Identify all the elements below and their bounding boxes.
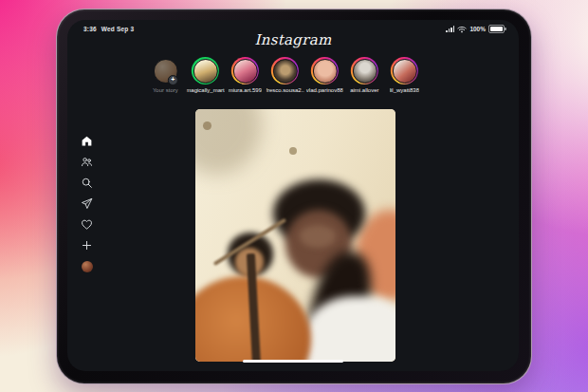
plus-icon [81,239,93,252]
add-story-icon[interactable]: + [168,75,178,85]
story-item[interactable]: magically_marta [188,57,223,93]
story-username: miura.art.599 [229,87,262,93]
sidebar-nav [80,134,94,273]
story-ring [231,57,259,84]
story-username: aimi.allover [350,87,378,93]
sidebar-item-profile[interactable] [80,259,94,273]
story-item[interactable]: aimi.allover [347,57,382,93]
story-item[interactable]: fresco.sousa2... [267,57,303,93]
story-username: Your story [153,87,178,93]
sidebar-item-create[interactable] [80,238,94,252]
story-avatar [352,59,377,84]
story-item[interactable]: vlad.parinov88 [307,57,342,93]
profile-avatar [82,261,93,272]
story-ring [391,57,418,84]
story-username: fresco.sousa2... [266,87,303,93]
story-avatar [272,59,297,84]
story-ring [311,57,339,84]
home-indicator[interactable] [243,360,343,364]
story-avatar [392,59,416,84]
sidebar-item-messages[interactable] [80,196,94,211]
story-avatar [193,59,217,84]
sidebar-item-search[interactable] [80,176,94,190]
sidebar-item-friends[interactable] [80,155,94,169]
story-avatar [232,59,257,84]
desktop-background: { "status_bar": { "time": "3:36", "date"… [0,0,588,392]
stories-tray: + Your story magically_marta miura.art.5… [148,57,422,93]
story-ring [271,57,299,84]
story-username: magically_marta [186,87,224,93]
story-avatar [312,59,337,84]
sidebar-item-notifications[interactable] [80,217,94,232]
friends-icon [81,156,93,168]
home-icon [81,135,93,147]
story-ring: + [152,57,179,84]
search-icon [81,177,93,189]
messenger-send-icon [81,197,93,210]
story-ring [351,57,378,84]
sidebar-item-home[interactable] [80,134,94,148]
instagram-app-screen: 3:36 Wed Sep 3 100% Instagram + [67,20,519,371]
story-username: lil_wyatt838 [390,87,419,93]
ipad-device-frame: 3:36 Wed Sep 3 100% Instagram + [56,9,532,384]
instagram-logo: Instagram [67,31,519,48]
story-item[interactable]: miura.art.599 [228,57,263,93]
story-item[interactable]: lil_wyatt838 [387,57,422,93]
story-username: vlad.parinov88 [306,87,343,93]
story-ring [192,57,219,84]
story-item-your-story[interactable]: + Your story [148,57,183,93]
feed-post-photo[interactable] [195,109,395,362]
heart-icon [81,218,93,231]
